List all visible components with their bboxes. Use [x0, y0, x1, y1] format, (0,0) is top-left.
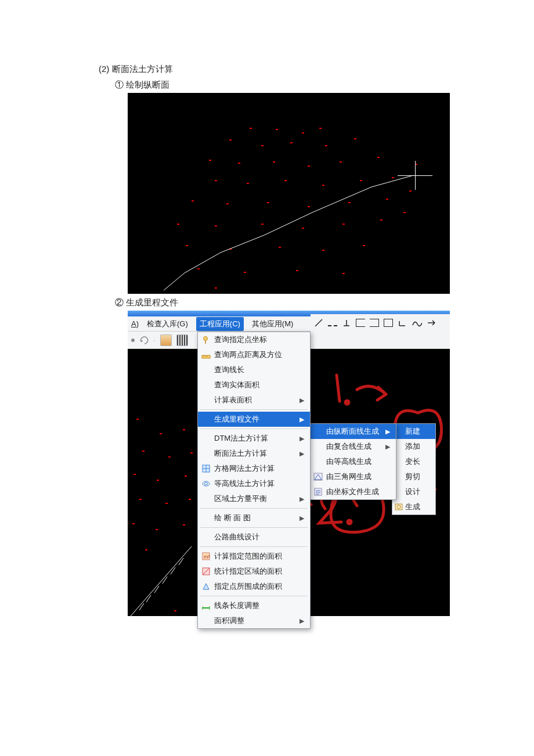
document-page: (2) 断面法土方计算 ① 绘制纵断面 ② 生成里程文件	[0, 0, 534, 616]
submenu-item[interactable]: 生成	[392, 499, 435, 514]
svg-line-3	[146, 595, 151, 602]
submenu-item[interactable]: 由等高线生成	[310, 454, 396, 469]
menu-separator	[200, 508, 308, 509]
menu-item-label: 添加	[405, 441, 420, 452]
menu-item-label: 绘 断 面 图	[214, 513, 251, 523]
menu-item[interactable]: 统计指定区域的面积	[198, 564, 310, 579]
menu-item[interactable]: 线条长度调整	[198, 598, 310, 613]
submenu-item[interactable]: 设计	[392, 484, 435, 499]
submenu-item[interactable]: 剪切	[392, 469, 435, 484]
menu-separator	[200, 596, 308, 596]
toolbar-dot-icon	[131, 339, 135, 342]
rect-open-icon[interactable]	[356, 319, 365, 327]
gen-icon	[394, 502, 403, 512]
cad-polyline	[128, 93, 450, 294]
menu-item[interactable]: 其他应用(M)	[252, 319, 294, 329]
menu-item-label: 由三角网生成	[326, 471, 371, 482]
toolbar-button[interactable]	[176, 334, 188, 346]
menu-item-label: 新建	[405, 426, 420, 437]
svg-line-2	[139, 603, 144, 610]
subsection-heading: ② 生成里程文件	[115, 297, 534, 308]
menu-item[interactable]: A)	[131, 319, 139, 328]
app-window: A) 检查入库(G) 工程应用(C) 其他应用(M) ·	[128, 311, 450, 616]
menu-item-label: 方格网法土方计算	[214, 463, 275, 474]
perp-tool-icon[interactable]	[342, 318, 351, 327]
submenu-item[interactable]: 由三角网生成	[310, 469, 396, 484]
section-number: (2)	[99, 64, 109, 74]
menu-item[interactable]: 公路曲线设计	[198, 530, 310, 545]
menu-item-label: DTM法土方计算	[214, 433, 268, 444]
submenu-item[interactable]: 由坐标文件生成	[310, 484, 396, 499]
menu-item[interactable]: DTM法土方计算▶	[198, 431, 310, 446]
menu-item[interactable]: 查询两点距离及方位	[198, 347, 310, 362]
menu-separator	[200, 429, 308, 429]
dropdown-menu: 查询指定点坐标查询两点距离及方位查询线长查询实体面积计算表面积▶生成里程文件▶D…	[197, 332, 311, 629]
submenu-arrow-icon: ▶	[385, 428, 390, 435]
contour-icon	[201, 479, 211, 488]
dashline-tool-icon[interactable]	[328, 319, 337, 326]
menu-item[interactable]: 方格网法土方计算	[198, 461, 310, 476]
submenu-item[interactable]: 新建	[392, 424, 435, 439]
submenu-arrow-icon: ▶	[300, 450, 304, 458]
menu-item-label: 线条长度调整	[214, 600, 259, 611]
menu-item[interactable]: 查询指定点坐标	[198, 332, 310, 347]
subsection-number: ②	[115, 297, 124, 307]
svg-line-0	[315, 319, 322, 326]
angle-tool-icon[interactable]	[398, 318, 407, 327]
menu-separator	[200, 527, 308, 528]
arrow-tool-icon[interactable]	[427, 318, 437, 327]
menu-item[interactable]: 绘 断 面 图▶	[198, 510, 310, 525]
menu-item[interactable]: 断面法土方计算▶	[198, 446, 310, 461]
menu-separator	[200, 409, 308, 410]
area1-icon: m²	[201, 552, 211, 561]
menu-item-label: 生成里程文件	[214, 414, 259, 424]
menu-item[interactable]: 计算表面积▶	[198, 393, 310, 408]
menu-item-selected[interactable]: 工程应用(C)	[196, 317, 244, 331]
submenu-item[interactable]: 添加	[392, 439, 435, 454]
cad-viewport[interactable]	[128, 93, 450, 294]
submenu-arrow-icon: ▶	[385, 443, 390, 451]
subsection-heading: ① 绘制纵断面	[115, 80, 534, 91]
file-icon	[313, 487, 323, 496]
svg-point-34	[348, 520, 351, 524]
subsection-title: 生成里程文件	[126, 297, 178, 307]
menu-item-label: 计算指定范围的面积	[214, 551, 282, 561]
undo-icon[interactable]	[139, 336, 149, 345]
rect-open2-icon[interactable]	[370, 319, 379, 327]
menu-separator	[200, 546, 308, 547]
menu-item[interactable]: 面积调整▶	[198, 613, 310, 628]
toolbar-button[interactable]	[160, 334, 172, 346]
menu-item[interactable]: 查询实体面积	[198, 377, 310, 393]
menu-item-label: 查询实体面积	[214, 380, 259, 390]
svg-line-5	[163, 577, 167, 584]
menu-item-label: 由坐标文件生成	[326, 487, 379, 497]
toolbar-separator: ·	[153, 336, 156, 344]
rect-tool-icon[interactable]	[384, 319, 393, 327]
submenu-arrow-icon: ▶	[300, 397, 304, 404]
menu-item[interactable]: 等高线法土方计算	[198, 476, 310, 491]
svg-point-8	[204, 337, 208, 341]
menu-item[interactable]: 生成里程文件▶	[198, 412, 310, 427]
submenu-item[interactable]: 变长	[392, 454, 435, 469]
menu-item-label: 断面法土方计算	[214, 448, 267, 459]
menu-item[interactable]: m²计算指定范围的面积	[198, 549, 310, 564]
tri-icon	[313, 472, 323, 481]
svg-line-6	[171, 567, 175, 574]
submenu-mileage: 由纵断面线生成▶由复合线生成▶由等高线生成由三角网生成由坐标文件生成	[309, 423, 396, 500]
pin-icon	[201, 335, 211, 344]
line-tool-icon[interactable]	[314, 318, 323, 327]
ruler-icon	[201, 350, 211, 359]
submenu-item[interactable]: 由复合线生成▶	[310, 439, 396, 454]
curve-tool-icon[interactable]	[412, 318, 422, 327]
submenu-arrow-icon: ▶	[300, 435, 304, 442]
menu-item[interactable]: 检查入库(G)	[147, 319, 188, 329]
menu-item[interactable]: 查询线长	[198, 362, 310, 377]
submenu-item[interactable]: 由纵断面线生成▶	[310, 424, 396, 439]
menu-item-label: 计算表面积	[214, 395, 252, 405]
menu-item[interactable]: 指定点所围成的面积	[198, 579, 310, 594]
menu-item[interactable]: 区域土方量平衡▶	[198, 491, 310, 506]
area3-icon	[201, 582, 211, 591]
menu-item-label: 查询线长	[214, 365, 244, 375]
crosshair-vertical	[415, 161, 416, 190]
cad-body[interactable]: 查询指定点坐标查询两点距离及方位查询线长查询实体面积计算表面积▶生成里程文件▶D…	[128, 349, 450, 616]
